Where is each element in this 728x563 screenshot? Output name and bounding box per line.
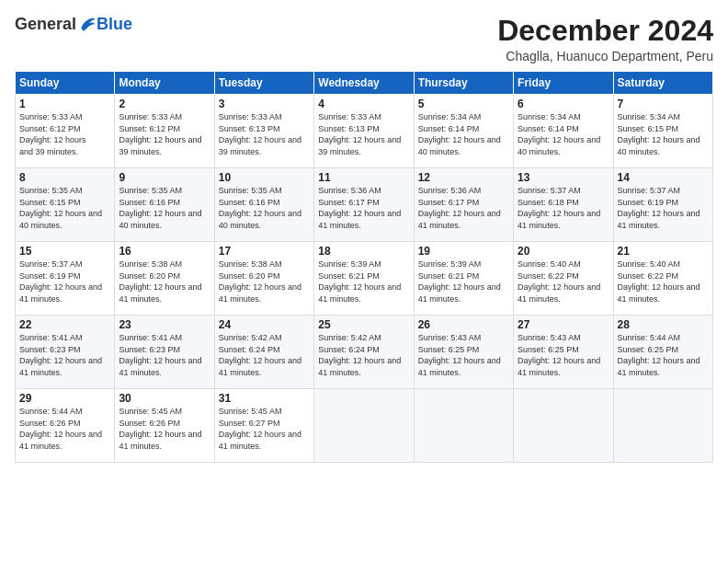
day-number: 1 <box>19 98 110 110</box>
calendar: Sunday Monday Tuesday Wednesday Thursday… <box>15 71 713 463</box>
day-info: Sunrise: 5:37 AM Sunset: 6:18 PM Dayligh… <box>518 185 609 231</box>
main-title: December 2024 <box>497 15 713 47</box>
table-row: 3Sunrise: 5:33 AM Sunset: 6:13 PM Daylig… <box>214 95 313 168</box>
table-row: 11Sunrise: 5:36 AM Sunset: 6:17 PM Dayli… <box>314 168 414 242</box>
day-number: 24 <box>219 318 310 331</box>
header: General Blue December 2024 Chaglla, Huan… <box>15 15 713 63</box>
table-row: 14Sunrise: 5:37 AM Sunset: 6:19 PM Dayli… <box>613 168 712 242</box>
table-row: 24Sunrise: 5:42 AM Sunset: 6:24 PM Dayli… <box>214 316 313 389</box>
day-info: Sunrise: 5:36 AM Sunset: 6:17 PM Dayligh… <box>318 185 409 231</box>
col-friday: Friday <box>514 72 613 95</box>
table-row: 17Sunrise: 5:38 AM Sunset: 6:20 PM Dayli… <box>214 242 313 316</box>
day-info: Sunrise: 5:34 AM Sunset: 6:14 PM Dayligh… <box>418 111 509 157</box>
day-info: Sunrise: 5:41 AM Sunset: 6:23 PM Dayligh… <box>119 332 210 378</box>
day-number: 13 <box>518 171 609 184</box>
day-info: Sunrise: 5:33 AM Sunset: 6:13 PM Dayligh… <box>318 111 409 157</box>
day-info: Sunrise: 5:38 AM Sunset: 6:20 PM Dayligh… <box>119 259 210 304</box>
day-number: 17 <box>219 245 310 258</box>
table-row: 27Sunrise: 5:43 AM Sunset: 6:25 PM Dayli… <box>514 316 613 389</box>
day-number: 15 <box>19 245 110 258</box>
day-number: 29 <box>19 392 110 405</box>
col-saturday: Saturday <box>613 72 712 95</box>
table-row: 25Sunrise: 5:42 AM Sunset: 6:24 PM Dayli… <box>314 316 414 389</box>
day-number: 16 <box>119 245 210 258</box>
day-info: Sunrise: 5:39 AM Sunset: 6:21 PM Dayligh… <box>318 259 409 304</box>
table-row: 26Sunrise: 5:43 AM Sunset: 6:25 PM Dayli… <box>414 316 513 389</box>
table-row: 6Sunrise: 5:34 AM Sunset: 6:14 PM Daylig… <box>514 95 613 168</box>
table-row: 16Sunrise: 5:38 AM Sunset: 6:20 PM Dayli… <box>115 242 214 316</box>
day-info: Sunrise: 5:44 AM Sunset: 6:25 PM Dayligh… <box>618 332 709 378</box>
day-number: 11 <box>318 171 409 184</box>
day-number: 28 <box>618 318 709 331</box>
table-row: 31Sunrise: 5:45 AM Sunset: 6:27 PM Dayli… <box>214 389 313 463</box>
table-row: 21Sunrise: 5:40 AM Sunset: 6:22 PM Dayli… <box>613 242 712 316</box>
day-number: 12 <box>418 171 509 184</box>
table-row: 2Sunrise: 5:33 AM Sunset: 6:12 PM Daylig… <box>115 95 214 168</box>
day-number: 10 <box>219 171 310 184</box>
table-row: 23Sunrise: 5:41 AM Sunset: 6:23 PM Dayli… <box>115 316 214 389</box>
day-number: 4 <box>318 98 409 110</box>
day-number: 9 <box>119 171 210 184</box>
day-info: Sunrise: 5:43 AM Sunset: 6:25 PM Dayligh… <box>418 332 509 378</box>
day-number: 22 <box>19 318 110 331</box>
table-row: 22Sunrise: 5:41 AM Sunset: 6:23 PM Dayli… <box>16 316 115 389</box>
col-monday: Monday <box>115 72 214 95</box>
table-row: 12Sunrise: 5:36 AM Sunset: 6:17 PM Dayli… <box>414 168 513 242</box>
day-info: Sunrise: 5:43 AM Sunset: 6:25 PM Dayligh… <box>518 332 609 378</box>
calendar-week-row: 1Sunrise: 5:33 AM Sunset: 6:12 PM Daylig… <box>16 95 713 168</box>
table-row: 19Sunrise: 5:39 AM Sunset: 6:21 PM Dayli… <box>414 242 513 316</box>
day-info: Sunrise: 5:42 AM Sunset: 6:24 PM Dayligh… <box>219 332 310 378</box>
day-number: 31 <box>219 392 310 405</box>
table-row <box>314 389 414 463</box>
table-row: 1Sunrise: 5:33 AM Sunset: 6:12 PM Daylig… <box>16 95 115 168</box>
day-info: Sunrise: 5:42 AM Sunset: 6:24 PM Dayligh… <box>318 332 409 378</box>
day-info: Sunrise: 5:33 AM Sunset: 6:12 PM Dayligh… <box>19 111 110 157</box>
day-info: Sunrise: 5:45 AM Sunset: 6:26 PM Dayligh… <box>119 406 210 452</box>
day-info: Sunrise: 5:35 AM Sunset: 6:15 PM Dayligh… <box>19 185 110 231</box>
day-number: 25 <box>318 318 409 331</box>
logo-blue-text: Blue <box>97 15 132 34</box>
table-row: 18Sunrise: 5:39 AM Sunset: 6:21 PM Dayli… <box>314 242 414 316</box>
day-number: 2 <box>119 98 210 110</box>
calendar-week-row: 22Sunrise: 5:41 AM Sunset: 6:23 PM Dayli… <box>16 316 713 389</box>
calendar-header-row: Sunday Monday Tuesday Wednesday Thursday… <box>16 72 713 95</box>
col-wednesday: Wednesday <box>314 72 414 95</box>
table-row: 30Sunrise: 5:45 AM Sunset: 6:26 PM Dayli… <box>115 389 214 463</box>
day-info: Sunrise: 5:35 AM Sunset: 6:16 PM Dayligh… <box>219 185 310 231</box>
day-number: 19 <box>418 245 509 258</box>
table-row: 13Sunrise: 5:37 AM Sunset: 6:18 PM Dayli… <box>514 168 613 242</box>
col-tuesday: Tuesday <box>214 72 313 95</box>
table-row: 29Sunrise: 5:44 AM Sunset: 6:26 PM Dayli… <box>16 389 115 463</box>
day-number: 8 <box>19 171 110 184</box>
day-number: 14 <box>618 171 709 184</box>
day-info: Sunrise: 5:33 AM Sunset: 6:13 PM Dayligh… <box>219 111 310 157</box>
day-info: Sunrise: 5:40 AM Sunset: 6:22 PM Dayligh… <box>618 259 709 304</box>
subtitle: Chaglla, Huanuco Department, Peru <box>497 49 713 63</box>
day-number: 26 <box>418 318 509 331</box>
table-row: 7Sunrise: 5:34 AM Sunset: 6:15 PM Daylig… <box>613 95 712 168</box>
day-number: 21 <box>618 245 709 258</box>
day-number: 3 <box>219 98 310 110</box>
day-number: 23 <box>119 318 210 331</box>
table-row <box>613 389 712 463</box>
day-info: Sunrise: 5:41 AM Sunset: 6:23 PM Dayligh… <box>19 332 110 378</box>
logo: General Blue <box>15 15 132 34</box>
day-info: Sunrise: 5:44 AM Sunset: 6:26 PM Dayligh… <box>19 406 110 452</box>
day-info: Sunrise: 5:36 AM Sunset: 6:17 PM Dayligh… <box>418 185 509 231</box>
title-block: December 2024 Chaglla, Huanuco Departmen… <box>497 15 713 63</box>
table-row: 8Sunrise: 5:35 AM Sunset: 6:15 PM Daylig… <box>16 168 115 242</box>
day-info: Sunrise: 5:37 AM Sunset: 6:19 PM Dayligh… <box>618 185 709 231</box>
day-info: Sunrise: 5:39 AM Sunset: 6:21 PM Dayligh… <box>418 259 509 304</box>
page: General Blue December 2024 Chaglla, Huan… <box>0 0 728 563</box>
col-thursday: Thursday <box>414 72 513 95</box>
table-row <box>414 389 513 463</box>
calendar-week-row: 15Sunrise: 5:37 AM Sunset: 6:19 PM Dayli… <box>16 242 713 316</box>
day-info: Sunrise: 5:34 AM Sunset: 6:15 PM Dayligh… <box>618 111 709 157</box>
calendar-week-row: 29Sunrise: 5:44 AM Sunset: 6:26 PM Dayli… <box>16 389 713 463</box>
day-number: 20 <box>518 245 609 258</box>
day-info: Sunrise: 5:37 AM Sunset: 6:19 PM Dayligh… <box>19 259 110 304</box>
day-info: Sunrise: 5:33 AM Sunset: 6:12 PM Dayligh… <box>119 111 210 157</box>
table-row: 20Sunrise: 5:40 AM Sunset: 6:22 PM Dayli… <box>514 242 613 316</box>
table-row <box>514 389 613 463</box>
table-row: 15Sunrise: 5:37 AM Sunset: 6:19 PM Dayli… <box>16 242 115 316</box>
